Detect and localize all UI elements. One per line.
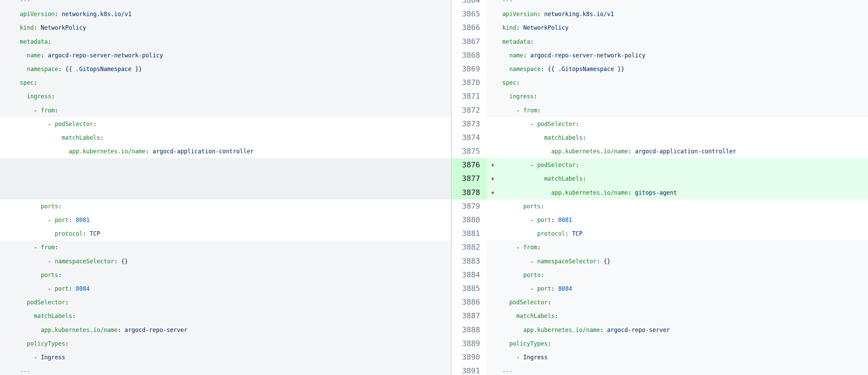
code-text: policyTypes: [0, 337, 451, 350]
code-text: matchLabels: [498, 131, 868, 144]
line-number[interactable]: 3887 [452, 309, 487, 323]
line-number[interactable]: 3865 [452, 7, 487, 21]
code-text: app.kubernetes.io/name: gitops-agent [498, 186, 868, 199]
code-text: matchLabels: [498, 309, 868, 323]
code-text: matchLabels: [0, 309, 451, 323]
code-text: - namespaceSelector: {} [498, 254, 868, 268]
line-number[interactable]: 3866 [452, 21, 487, 34]
old-code-line: - podSelector: [0, 117, 451, 131]
code-text: - port: 8084 [0, 282, 451, 295]
diff-marker [487, 199, 498, 213]
old-code-line: policyTypes: [0, 337, 451, 350]
line-number[interactable]: 3871 [452, 89, 487, 103]
added-code-line: 3876+ - podSelector: [452, 158, 868, 172]
old-code-line: app.kubernetes.io/name: argocd-applicati… [0, 144, 451, 158]
code-text: metadata: [498, 35, 868, 48]
code-text: - podSelector: [498, 117, 868, 131]
new-code-line: 3880 - port: 8081 [452, 213, 868, 227]
line-number[interactable]: 3868 [452, 48, 487, 62]
line-number[interactable]: 3864 [452, 0, 487, 7]
code-text: name: argocd-repo-server-network-policy [0, 48, 451, 62]
code-text: - port: 8081 [498, 213, 868, 227]
code-text: apiVersion: networking.k8s.io/v1 [0, 7, 451, 21]
old-code-line: namespace: {{ .GitopsNamespace }} [0, 62, 451, 76]
code-text: --- [0, 0, 451, 7]
new-code-line: 3890 - Ingress [452, 350, 868, 364]
code-text: name: argocd-repo-server-network-policy [498, 48, 868, 62]
diff-marker [487, 144, 498, 158]
new-code-line: 3886 podSelector: [452, 295, 868, 309]
code-text: ingress: [0, 89, 451, 103]
diff-marker [487, 213, 498, 227]
new-code-line: 3865apiVersion: networking.k8s.io/v1 [452, 7, 868, 21]
code-text: - Ingress [498, 350, 868, 364]
line-number[interactable]: 3870 [452, 76, 487, 89]
new-code-line: 3874 matchLabels: [452, 131, 868, 144]
old-code-line: podSelector: [0, 295, 451, 309]
line-number[interactable]: 3876 [452, 158, 487, 172]
new-code-line: 3888 app.kubernetes.io/name: argocd-repo… [452, 323, 868, 337]
new-code-line: 3868 name: argocd-repo-server-network-po… [452, 48, 868, 62]
line-number[interactable]: 3889 [452, 337, 487, 350]
old-code-line: - port: 8081 [0, 213, 451, 227]
line-number[interactable]: 3891 [452, 364, 487, 375]
code-text: app.kubernetes.io/name: argocd-repo-serv… [0, 323, 451, 337]
code-text: spec: [498, 76, 868, 89]
line-number[interactable]: 3886 [452, 295, 487, 309]
line-number[interactable]: 3882 [452, 240, 487, 254]
new-code-line: 3891--- [452, 364, 868, 375]
line-number[interactable]: 3878 [452, 186, 487, 199]
line-number[interactable]: 3879 [452, 199, 487, 213]
line-number[interactable]: 3880 [452, 213, 487, 227]
old-file-scroll-area: ---apiVersion: networking.k8s.io/v1kind:… [0, 0, 451, 375]
code-text: - from: [498, 103, 868, 117]
code-text: - from: [0, 240, 451, 254]
code-text: protocol: TCP [0, 227, 451, 240]
line-number[interactable]: 3884 [452, 268, 487, 282]
line-number[interactable]: 3872 [452, 103, 487, 117]
old-code-placeholder [0, 172, 451, 185]
new-code-line: 3872 - from: [452, 103, 868, 117]
old-code-line: --- [0, 0, 451, 7]
old-code-line: app.kubernetes.io/name: argocd-repo-serv… [0, 323, 451, 337]
added-code-line: 3877+ matchLabels: [452, 172, 868, 185]
code-text: apiVersion: networking.k8s.io/v1 [498, 7, 868, 21]
code-text: spec: [0, 76, 451, 89]
split-diff-view: ---apiVersion: networking.k8s.io/v1kind:… [0, 0, 868, 375]
new-code-line: 3885 - port: 8084 [452, 282, 868, 295]
diff-marker [487, 48, 498, 62]
code-text: ports: [498, 268, 868, 282]
diff-marker [487, 21, 498, 34]
old-code-line: - from: [0, 240, 451, 254]
old-file-pane[interactable]: ---apiVersion: networking.k8s.io/v1kind:… [0, 0, 451, 375]
line-number[interactable]: 3867 [452, 35, 487, 48]
line-number[interactable]: 3873 [452, 117, 487, 131]
diff-marker [487, 350, 498, 364]
line-number[interactable]: 3875 [452, 144, 487, 158]
added-code-line: 3878+ app.kubernetes.io/name: gitops-age… [452, 186, 868, 199]
code-text: - podSelector: [0, 117, 451, 131]
line-number[interactable]: 3877 [452, 172, 487, 185]
new-file-scroll-area: 3864---3865apiVersion: networking.k8s.io… [452, 0, 868, 375]
old-code-line: kind: NetworkPolicy [0, 21, 451, 34]
line-number[interactable]: 3869 [452, 62, 487, 76]
line-number[interactable]: 3874 [452, 131, 487, 144]
line-number[interactable]: 3885 [452, 282, 487, 295]
line-number[interactable]: 3883 [452, 254, 487, 268]
new-code-line: 3879 ports: [452, 199, 868, 213]
diff-marker [487, 254, 498, 268]
code-text: - port: 8081 [0, 213, 451, 227]
old-code-line: - from: [0, 103, 451, 117]
code-text: metadata: [0, 35, 451, 48]
new-file-pane[interactable]: 3864---3865apiVersion: networking.k8s.io… [452, 0, 868, 375]
line-number[interactable]: 3888 [452, 323, 487, 337]
diff-marker [487, 76, 498, 89]
diff-marker [487, 337, 498, 350]
line-number[interactable]: 3881 [452, 227, 487, 240]
diff-marker [487, 240, 498, 254]
line-number[interactable]: 3890 [452, 350, 487, 364]
old-code-line: - namespaceSelector: {} [0, 254, 451, 268]
code-text: protocol: TCP [498, 227, 868, 240]
code-text: namespace: {{ .GitopsNamespace }} [0, 62, 451, 76]
diff-marker [487, 295, 498, 309]
